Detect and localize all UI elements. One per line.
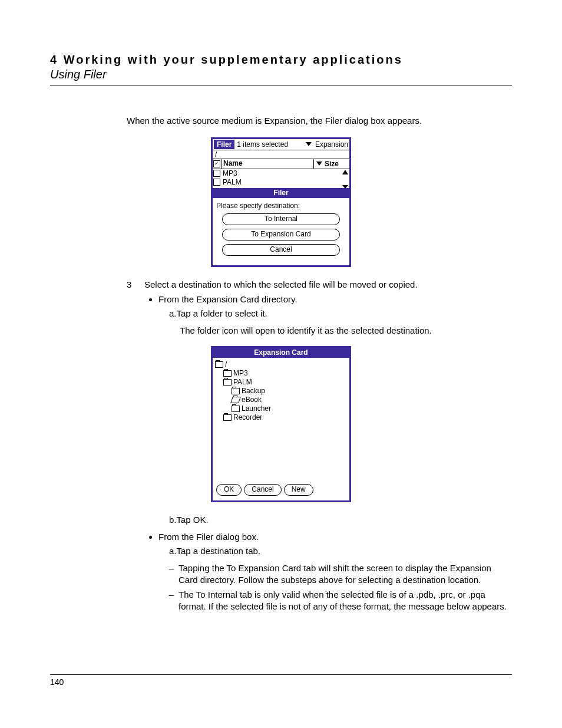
chapter-title: 4 Working with your supplementary applic…	[50, 53, 512, 67]
substep-b: b.Tap OK.	[169, 514, 512, 526]
destination-prompt: Please specify destination:	[216, 202, 346, 210]
scroll-up-icon[interactable]	[342, 170, 348, 174]
folder-icon	[232, 388, 240, 394]
filer-selection-count: 1 items selected	[237, 140, 302, 149]
to-internal-button[interactable]: To Internal	[222, 213, 340, 225]
tree-node[interactable]: Launcher	[232, 404, 347, 413]
file-row[interactable]: MP3	[213, 169, 349, 178]
expansion-card-title: Expansion Card	[213, 348, 349, 358]
tree-label: PALM	[233, 378, 252, 386]
step-text: Select a destination to which the select…	[144, 279, 512, 291]
tree-node[interactable]: Backup	[232, 387, 347, 396]
step-number: 3	[127, 279, 144, 342]
folder-icon	[223, 379, 232, 386]
expansion-card-screenshot: Expansion Card / MP3 PALM Backup eBook L…	[211, 346, 351, 502]
bullet-from-filer: From the Filer dialog box. a.Tap a desti…	[158, 531, 512, 612]
cancel-button[interactable]: Cancel	[244, 484, 281, 496]
filer-badge: Filer	[214, 140, 234, 149]
intro-text: When the active source medium is Expansi…	[127, 115, 512, 127]
column-name-header[interactable]: Name	[222, 159, 314, 169]
substep-a-note: The folder icon will open to identify it…	[180, 325, 512, 337]
page-header: 4 Working with your supplementary applic…	[50, 53, 512, 85]
bullet-text: From the Filer dialog box.	[158, 532, 259, 542]
tree-label: Launcher	[242, 404, 271, 413]
column-size-label: Size	[325, 160, 339, 168]
column-size-header[interactable]: Size	[314, 159, 349, 169]
page-number: 140	[50, 677, 64, 687]
bullet-text: From the Expansion Card directory.	[158, 294, 297, 304]
folder-icon	[232, 406, 240, 412]
destination-dialog-title: Filer	[213, 188, 349, 198]
tree-node[interactable]: Recorder	[223, 413, 347, 422]
folder-open-icon	[230, 397, 241, 403]
tree-label: Backup	[242, 387, 265, 395]
file-row[interactable]: PALM	[213, 178, 349, 187]
section-title: Using Filer	[50, 68, 512, 81]
to-expansion-card-button[interactable]: To Expansion Card	[222, 229, 340, 241]
file-name: MP3	[221, 169, 237, 178]
tree-label: eBook	[242, 396, 262, 404]
ok-button[interactable]: OK	[216, 484, 242, 496]
substep-a: a.Tap a folder to select it.	[169, 308, 512, 319]
filer-path: /	[213, 150, 349, 159]
substep-a2: a.Tap a destination tab.	[169, 545, 512, 557]
tree-node[interactable]: MP3	[223, 369, 347, 378]
folder-tree: / MP3 PALM Backup eBook Launcher Recorde…	[213, 358, 349, 482]
dash-item: Tapping the To Expansion Card tab will s…	[169, 562, 512, 585]
scroll-down-icon[interactable]	[342, 185, 348, 189]
new-button[interactable]: New	[284, 484, 313, 496]
tree-label: /	[225, 360, 227, 368]
dash-item: The To Internal tab is only valid when t…	[169, 589, 512, 612]
file-name: PALM	[221, 178, 242, 187]
tree-label: Recorder	[233, 413, 262, 421]
folder-icon	[215, 361, 223, 368]
page-footer: 140	[50, 674, 512, 687]
step-3: 3 Select a destination to which the sele…	[127, 279, 512, 342]
column-check-header[interactable]: ✓	[213, 159, 222, 169]
medium-label[interactable]: Expansion	[315, 140, 348, 149]
folder-icon	[223, 370, 232, 377]
folder-icon	[223, 414, 232, 421]
tree-root[interactable]: /	[215, 360, 347, 369]
tree-node-selected[interactable]: eBook	[232, 396, 347, 404]
medium-dropdown-icon[interactable]	[306, 142, 312, 146]
cancel-button[interactable]: Cancel	[222, 244, 340, 256]
tree-node[interactable]: PALM	[223, 378, 347, 387]
tree-label: MP3	[233, 369, 248, 377]
bullet-from-expansion: From the Expansion Card directory. a.Tap…	[158, 294, 512, 337]
filer-screenshot: Filer 1 items selected Expansion / ✓ Nam…	[211, 137, 351, 267]
